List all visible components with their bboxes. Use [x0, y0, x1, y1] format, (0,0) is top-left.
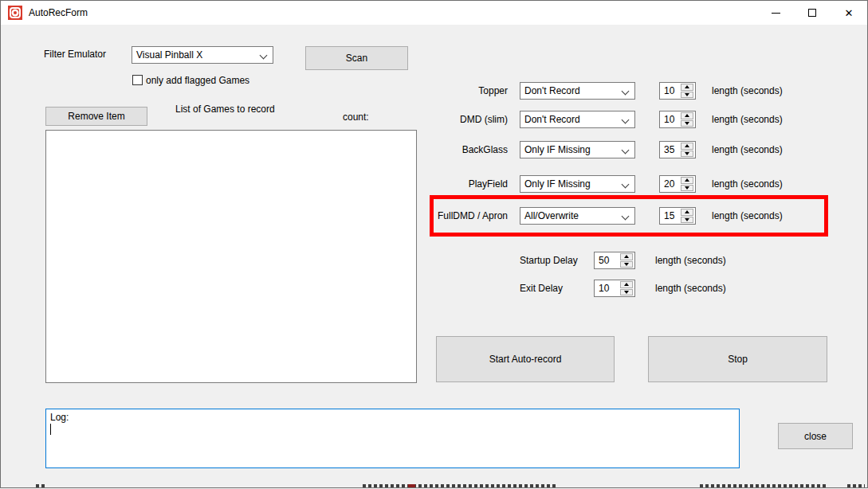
down-arrow-icon: [624, 291, 629, 294]
close-window-button[interactable]: ✕: [831, 1, 867, 25]
spin-down-button[interactable]: [620, 289, 633, 296]
autorecform-window: AutoRecForm ✕ Filter Emulator Visual Pin…: [0, 0, 868, 489]
spin-up-button[interactable]: [681, 177, 693, 184]
spin-down-button[interactable]: [620, 261, 633, 268]
chevron-down-icon: [260, 52, 268, 60]
fulldmd-label: FullDMD / Apron: [414, 210, 508, 221]
only-flagged-checkbox[interactable]: [132, 75, 143, 85]
exit-delay-input[interactable]: 10: [594, 280, 635, 297]
fulldmd-mode-select[interactable]: All/Overwrite: [520, 207, 635, 225]
chevron-down-icon: [622, 181, 630, 189]
spin-down-button[interactable]: [681, 151, 693, 158]
background-window-sliver: [700, 484, 827, 487]
up-arrow-icon: [685, 114, 689, 117]
down-arrow-icon: [685, 186, 689, 190]
log-textbox[interactable]: Log:: [45, 409, 740, 468]
close-icon: ✕: [845, 8, 854, 18]
backglass-length-input[interactable]: 35: [659, 141, 696, 158]
emulator-select-value: Visual Pinball X: [136, 49, 202, 61]
count-label: count:: [343, 111, 369, 123]
chevron-down-icon: [622, 116, 630, 124]
backglass-label: BackGlass: [414, 144, 508, 155]
up-arrow-icon: [685, 178, 689, 182]
playfield-length-input[interactable]: 20: [659, 175, 696, 193]
emulator-select[interactable]: Visual Pinball X: [132, 46, 273, 64]
games-list-title: List of Games to record: [175, 104, 275, 115]
down-arrow-icon: [685, 93, 689, 96]
startup-delay-unit-label: length (seconds): [655, 255, 726, 266]
spin-up-button[interactable]: [681, 209, 693, 216]
spin-down-button[interactable]: [681, 185, 693, 192]
remove-item-button[interactable]: Remove Item: [45, 107, 147, 126]
spin-up-button[interactable]: [681, 84, 693, 91]
playfield-unit-label: length (seconds): [712, 178, 783, 190]
background-window-sliver: [36, 484, 45, 487]
log-label: Log:: [50, 412, 735, 423]
scan-button[interactable]: Scan: [305, 46, 408, 70]
topper-mode-select[interactable]: Don't Record: [520, 82, 635, 100]
down-arrow-icon: [624, 263, 629, 266]
maximize-button[interactable]: [794, 1, 831, 25]
chevron-down-icon: [622, 88, 630, 96]
spin-up-button[interactable]: [681, 112, 693, 119]
topper-length-input[interactable]: 10: [659, 82, 696, 100]
backglass-mode-select[interactable]: Only IF Missing: [520, 141, 635, 158]
spin-up-button[interactable]: [620, 253, 633, 260]
spin-up-button[interactable]: [681, 143, 693, 150]
background-window-sliver: [408, 484, 415, 487]
fulldmd-length-input[interactable]: 15: [659, 207, 696, 225]
up-arrow-icon: [624, 255, 629, 258]
backglass-unit-label: length (seconds): [712, 144, 783, 155]
dmd-length-input[interactable]: 10: [659, 111, 696, 128]
dmd-unit-label: length (seconds): [712, 114, 783, 125]
chevron-down-icon: [622, 147, 630, 155]
background-window-sliver: [847, 484, 865, 487]
spin-down-button[interactable]: [681, 92, 693, 99]
stop-button[interactable]: Stop: [648, 336, 827, 382]
maximize-icon: [808, 9, 816, 17]
record-app-icon: [8, 6, 22, 20]
dmd-mode-select[interactable]: Don't Record: [520, 111, 635, 128]
dmd-label: DMD (slim): [414, 114, 508, 125]
up-arrow-icon: [685, 144, 689, 147]
down-arrow-icon: [685, 152, 689, 155]
up-arrow-icon: [685, 210, 689, 213]
up-arrow-icon: [624, 283, 629, 286]
down-arrow-icon: [685, 218, 689, 221]
startup-delay-input[interactable]: 50: [594, 252, 635, 269]
playfield-label: PlayField: [414, 178, 508, 190]
window-title: AutoRecForm: [29, 7, 88, 18]
filter-emulator-label: Filter Emulator: [44, 49, 106, 60]
spin-up-button[interactable]: [620, 281, 633, 288]
text-caret: [50, 424, 51, 435]
background-window-sliver: [363, 484, 558, 487]
chevron-down-icon: [622, 213, 630, 221]
playfield-mode-select[interactable]: Only IF Missing: [520, 175, 635, 193]
titlebar[interactable]: AutoRecForm ✕: [1, 1, 867, 25]
exit-delay-label: Exit Delay: [520, 283, 563, 294]
exit-delay-unit-label: length (seconds): [655, 283, 726, 294]
close-button[interactable]: close: [778, 423, 853, 449]
fulldmd-unit-label: length (seconds): [712, 210, 783, 221]
spin-down-button[interactable]: [681, 217, 693, 224]
start-autorecord-button[interactable]: Start Auto-record: [436, 336, 615, 382]
down-arrow-icon: [685, 122, 689, 125]
up-arrow-icon: [685, 85, 689, 88]
only-flagged-label: only add flagged Games: [146, 75, 249, 86]
topper-label: Topper: [414, 85, 508, 96]
minimize-button[interactable]: [757, 1, 794, 25]
startup-delay-label: Startup Delay: [520, 255, 578, 266]
spin-down-button[interactable]: [681, 120, 693, 127]
topper-unit-label: length (seconds): [712, 85, 783, 96]
games-listbox[interactable]: [45, 130, 417, 383]
minimize-icon: [772, 13, 780, 14]
